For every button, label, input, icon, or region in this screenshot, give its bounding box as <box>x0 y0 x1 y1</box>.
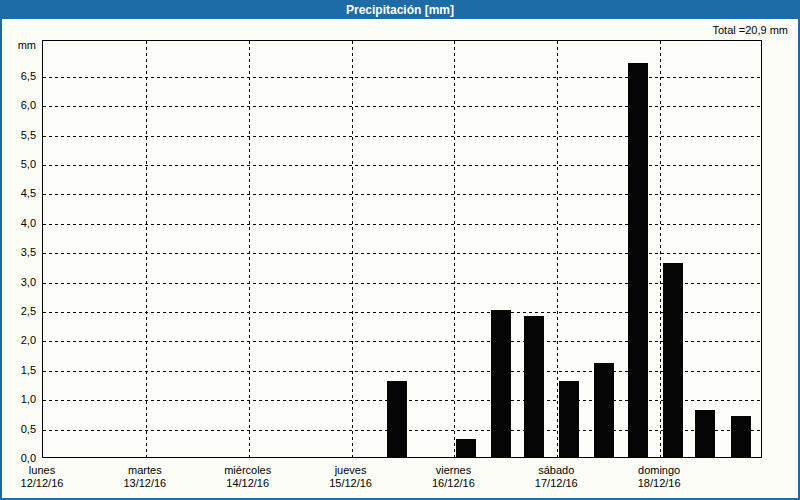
precipitation-bar <box>663 263 683 457</box>
y-axis-tick-label: 2,5 <box>0 304 36 318</box>
gridline-vertical-day-boundary <box>660 41 661 457</box>
y-axis-tick-label: 5,5 <box>0 128 36 142</box>
day-date: 18/12/16 <box>607 477 711 490</box>
y-axis-tick-label: 1,0 <box>0 392 36 406</box>
gridline-horizontal <box>43 312 761 313</box>
day-date: 17/12/16 <box>504 477 608 490</box>
window-title-bar: Precipitación [mm] <box>0 0 800 19</box>
gridline-horizontal <box>43 253 761 254</box>
y-axis-tick-label: 1,5 <box>0 363 36 377</box>
day-name: sábado <box>504 464 608 477</box>
precipitation-bar <box>456 439 476 457</box>
gridline-vertical-day-boundary <box>249 41 250 457</box>
y-axis-tick-label: 0,0 <box>0 451 36 465</box>
day-date: 15/12/16 <box>299 477 403 490</box>
day-name: lunes <box>0 464 94 477</box>
x-axis-day-label: sábado17/12/16 <box>504 464 608 490</box>
day-name: viernes <box>401 464 505 477</box>
x-axis-day-label: martes13/12/16 <box>93 464 197 490</box>
y-axis-tick-label: 3,0 <box>0 275 36 289</box>
gridline-vertical-day-boundary <box>146 41 147 457</box>
gridline-vertical-day-boundary <box>352 41 353 457</box>
gridline-horizontal <box>43 194 761 195</box>
precipitation-bar <box>524 316 544 457</box>
precipitation-bar <box>731 416 751 457</box>
precipitation-bar <box>594 363 614 457</box>
y-axis-tick-label: 6,5 <box>0 69 36 83</box>
x-axis-day-label: domingo18/12/16 <box>607 464 711 490</box>
precipitation-bar <box>628 63 648 457</box>
y-axis-tick-label: 2,0 <box>0 333 36 347</box>
precipitation-bar <box>387 381 407 457</box>
x-axis-day-label: jueves15/12/16 <box>299 464 403 490</box>
day-name: miércoles <box>196 464 300 477</box>
gridline-horizontal <box>43 165 761 166</box>
gridline-horizontal <box>43 283 761 284</box>
gridline-horizontal <box>43 136 761 137</box>
y-axis-tick-label: 5,0 <box>0 157 36 171</box>
x-axis-labels: lunes12/12/16martes13/12/16miércoles14/1… <box>42 464 762 496</box>
day-name: martes <box>93 464 197 477</box>
y-axis-tick-label: 3,5 <box>0 245 36 259</box>
y-axis-tick-label: 4,5 <box>0 186 36 200</box>
day-date: 16/12/16 <box>401 477 505 490</box>
gridline-vertical-day-boundary <box>454 41 455 457</box>
y-axis-tick-label: 0,5 <box>0 422 36 436</box>
precipitation-bar <box>491 310 511 457</box>
precipitation-bar <box>559 381 579 457</box>
day-name: jueves <box>299 464 403 477</box>
precipitation-chart-window: Precipitación [mm] Total =20,9 mm mm 0,0… <box>0 0 800 500</box>
day-date: 12/12/16 <box>0 477 94 490</box>
gridline-horizontal <box>43 77 761 78</box>
total-precipitation-label: Total =20,9 mm <box>712 24 788 36</box>
precipitation-bar <box>695 410 715 457</box>
window-title: Precipitación [mm] <box>346 3 454 17</box>
day-date: 13/12/16 <box>93 477 197 490</box>
plot-area <box>42 40 762 458</box>
day-date: 14/12/16 <box>196 477 300 490</box>
gridline-horizontal <box>43 106 761 107</box>
gridline-horizontal <box>43 371 761 372</box>
day-name: domingo <box>607 464 711 477</box>
gridline-horizontal <box>43 341 761 342</box>
x-axis-day-label: viernes16/12/16 <box>401 464 505 490</box>
x-axis-day-label: miércoles14/12/16 <box>196 464 300 490</box>
gridline-horizontal <box>43 224 761 225</box>
y-axis-tick-labels: 0,00,51,01,52,02,53,03,54,04,55,05,56,06… <box>0 40 36 458</box>
x-axis-day-label: lunes12/12/16 <box>0 464 94 490</box>
y-axis-tick-label: 6,0 <box>0 98 36 112</box>
y-axis-tick-label: 4,0 <box>0 216 36 230</box>
